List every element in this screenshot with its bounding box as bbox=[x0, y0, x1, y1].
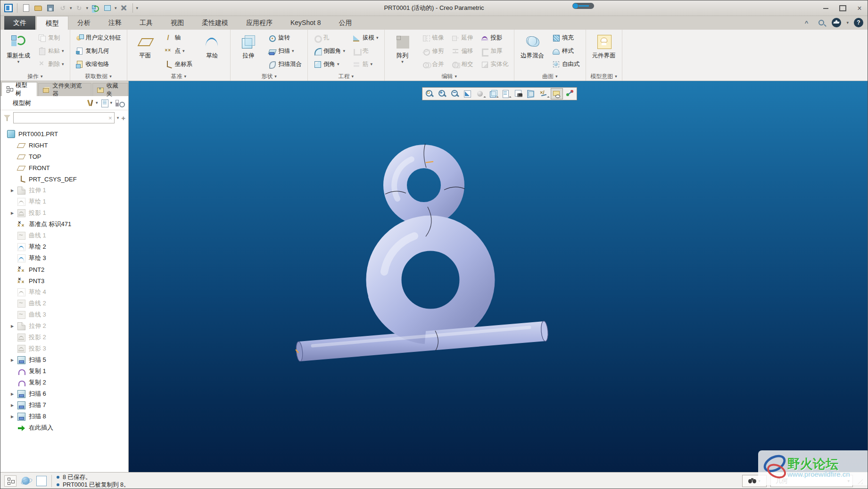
tree-filter-input[interactable] bbox=[14, 113, 108, 122]
tree-item-草绘 2[interactable]: 草绘 2 bbox=[0, 241, 128, 253]
tree-item-PNT2[interactable]: PNT2 bbox=[0, 264, 128, 275]
chevron-down-icon[interactable]: ▾ bbox=[110, 101, 112, 105]
ribbon-button-元件界面[interactable]: 元件界面 bbox=[589, 31, 619, 71]
tree-settings-icon[interactable] bbox=[115, 99, 124, 107]
ribbon-button-坐标系[interactable]: 坐标系 bbox=[162, 57, 196, 71]
ribbon-button-边界混合[interactable]: 边界混合 bbox=[517, 31, 547, 71]
regenerate-quick-button[interactable] bbox=[90, 3, 100, 13]
ribbon-button-镜像[interactable]: 镜像 bbox=[420, 31, 447, 44]
ribbon-group-label-编辑[interactable]: 编辑▾ bbox=[385, 72, 514, 81]
zoom-region-button[interactable] bbox=[423, 88, 436, 99]
ribbon-button-收缩包络[interactable]: 收缩包络 bbox=[73, 57, 124, 71]
graphics-viewport[interactable]: +− bbox=[129, 81, 868, 472]
ribbon-button-自由式[interactable]: 自由式 bbox=[549, 57, 583, 71]
tree-item-复制 1[interactable]: 复制 1 bbox=[0, 366, 128, 377]
ribbon-button-重新生成[interactable]: 重新生成▾ bbox=[3, 31, 33, 71]
windows-button[interactable] bbox=[102, 3, 113, 13]
ribbon-button-轴[interactable]: 轴 bbox=[162, 31, 196, 44]
filter-funnel-icon[interactable] bbox=[3, 114, 11, 122]
tree-display-options-icon[interactable] bbox=[100, 99, 110, 107]
ribbon-button-扫描混合[interactable]: 扫描混合 bbox=[265, 57, 305, 71]
ribbon-button-复制[interactable]: 复制 bbox=[35, 31, 67, 44]
expand-arrow-icon[interactable]: ▶ bbox=[11, 358, 17, 362]
ribbon-group-label-曲面[interactable]: 曲面▾ bbox=[514, 72, 586, 81]
tree-item-扫描 6[interactable]: ▶扫描 6 bbox=[0, 388, 128, 399]
ribbon-button-孔[interactable]: 孔 bbox=[311, 31, 348, 44]
tab-工具[interactable]: 工具 bbox=[131, 16, 162, 30]
expand-arrow-icon[interactable]: ▶ bbox=[11, 403, 17, 408]
navigator-tab-收藏夹[interactable]: 收藏夹 bbox=[92, 83, 128, 96]
redo-button[interactable]: ↻ bbox=[74, 3, 84, 13]
ribbon-button-投影[interactable]: 投影 bbox=[478, 31, 512, 44]
ribbon-button-合并[interactable]: 合并 bbox=[420, 57, 447, 71]
ribbon-button-相交[interactable]: 相交 bbox=[449, 57, 476, 71]
save-button[interactable] bbox=[45, 3, 56, 13]
app-menu-button[interactable] bbox=[3, 3, 14, 13]
tree-item-拉伸 1[interactable]: ▶拉伸 1 bbox=[0, 185, 128, 196]
browser-toggle-button[interactable] bbox=[20, 475, 33, 487]
view-manager-button[interactable] bbox=[513, 88, 525, 99]
expand-arrow-icon[interactable]: ▶ bbox=[11, 324, 17, 328]
tree-item-草绘 4[interactable]: 草绘 4 bbox=[0, 286, 128, 298]
tab-模型[interactable]: 模型 bbox=[36, 16, 68, 30]
collapse-ribbon-button[interactable]: ^ bbox=[801, 17, 811, 28]
help-button[interactable]: ? bbox=[853, 17, 864, 28]
tree-item-TOP[interactable]: TOP bbox=[0, 151, 128, 162]
titlebar-slider[interactable] bbox=[572, 3, 594, 9]
chevron-down-icon[interactable]: ▾ bbox=[70, 6, 72, 10]
ribbon-button-倒圆角[interactable]: 倒圆角▾ bbox=[311, 44, 348, 57]
ribbon-button-扫描[interactable]: 扫描▾ bbox=[265, 44, 305, 57]
ribbon-button-拉伸[interactable]: 拉伸 bbox=[233, 31, 264, 71]
refit-button[interactable] bbox=[462, 88, 474, 99]
ribbon-button-偏移[interactable]: 偏移 bbox=[449, 44, 476, 57]
ribbon-button-粘贴[interactable]: 粘贴▾ bbox=[35, 44, 67, 57]
appearance-button[interactable] bbox=[474, 88, 487, 99]
command-search-button[interactable] bbox=[816, 17, 827, 28]
tree-item-草绘 3[interactable]: 草绘 3 bbox=[0, 253, 128, 264]
tab-柔性建模[interactable]: 柔性建模 bbox=[193, 16, 237, 30]
ribbon-button-用户定义特征[interactable]: 用户定义特征 bbox=[73, 31, 124, 44]
tree-item-投影 1[interactable]: ▶投影 1 bbox=[0, 207, 128, 219]
ribbon-button-壳[interactable]: 壳 bbox=[350, 44, 381, 57]
ribbon-button-平面[interactable]: 平面 bbox=[130, 31, 160, 71]
clear-filter-icon[interactable]: × bbox=[108, 114, 114, 122]
tab-文件[interactable]: 文件 bbox=[4, 16, 35, 30]
tree-item-PRT_CSYS_DEF[interactable]: PRT_CSYS_DEF bbox=[0, 173, 128, 185]
tree-item-扫描 8[interactable]: ▶扫描 8 bbox=[0, 411, 128, 422]
tree-item-复制 2[interactable]: 复制 2 bbox=[0, 377, 128, 388]
tree-item-曲线 2[interactable]: 曲线 2 bbox=[0, 298, 128, 309]
perspective-button[interactable] bbox=[525, 88, 537, 99]
ribbon-button-延伸[interactable]: 延伸 bbox=[449, 31, 476, 44]
tab-注释[interactable]: 注释 bbox=[99, 16, 131, 30]
chevron-down-icon[interactable]: ▾ bbox=[96, 101, 98, 105]
minimize-button[interactable] bbox=[820, 4, 831, 13]
ribbon-button-倒角[interactable]: 倒角▾ bbox=[311, 57, 348, 71]
ribbon-button-拔模[interactable]: 拔模▾ bbox=[350, 31, 381, 44]
tree-item-草绘 1[interactable]: 草绘 1 bbox=[0, 196, 128, 207]
tab-分析[interactable]: 分析 bbox=[68, 16, 99, 30]
expand-arrow-icon[interactable]: ▶ bbox=[11, 415, 17, 419]
tree-tools-icon[interactable] bbox=[86, 99, 96, 107]
ribbon-group-label-基准[interactable]: 基准▾ bbox=[127, 72, 231, 81]
open-file-button[interactable] bbox=[33, 3, 43, 13]
panel-toggle-button[interactable] bbox=[36, 476, 47, 486]
tree-item-在此插入[interactable]: 在此插入 bbox=[0, 422, 128, 433]
saved-orientations-button[interactable] bbox=[500, 88, 512, 99]
tree-item-扫描 7[interactable]: ▶扫描 7 bbox=[0, 399, 128, 411]
tree-item-PRT0001.PRT[interactable]: PRT0001.PRT bbox=[0, 128, 128, 139]
tree-item-PNT3[interactable]: PNT3 bbox=[0, 275, 128, 286]
maximize-button[interactable] bbox=[837, 4, 848, 13]
ribbon-group-label-工程[interactable]: 工程▾ bbox=[308, 72, 384, 81]
ribbon-button-修剪[interactable]: 修剪 bbox=[420, 44, 447, 57]
tree-item-投影 2[interactable]: 投影 2 bbox=[0, 332, 128, 343]
tab-视图[interactable]: 视图 bbox=[162, 16, 193, 30]
customize-toolbar-icon[interactable]: ▾ bbox=[136, 6, 139, 10]
new-file-button[interactable] bbox=[21, 3, 31, 13]
model-3d-view[interactable] bbox=[129, 81, 868, 472]
expand-arrow-icon[interactable]: ▶ bbox=[11, 188, 17, 193]
ribbon-button-草绘[interactable]: 草绘 bbox=[197, 31, 227, 71]
zoom-in-button[interactable]: + bbox=[436, 88, 448, 99]
tree-item-扫描 5[interactable]: ▶扫描 5 bbox=[0, 354, 128, 366]
expand-arrow-icon[interactable]: ▶ bbox=[11, 392, 17, 396]
ribbon-button-筋[interactable]: 筋▾ bbox=[350, 57, 381, 71]
